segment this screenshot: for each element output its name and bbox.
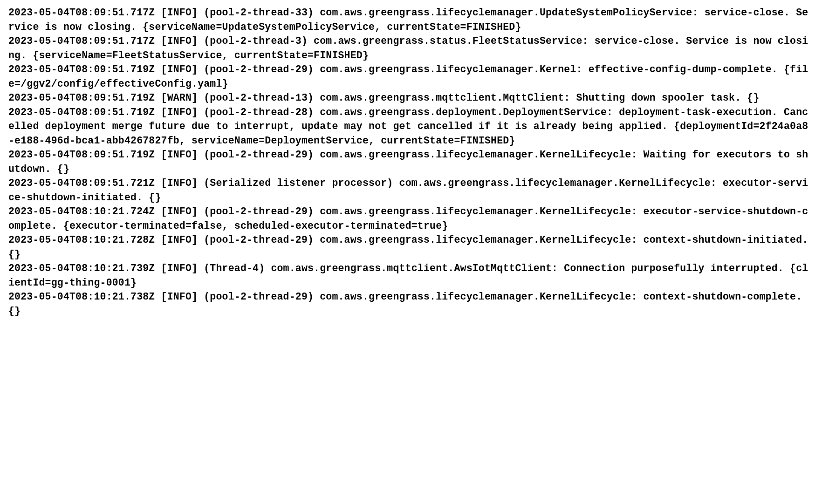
log-output: 2023-05-04T08:09:51.717Z [INFO] (pool-2-… xyxy=(8,7,814,317)
